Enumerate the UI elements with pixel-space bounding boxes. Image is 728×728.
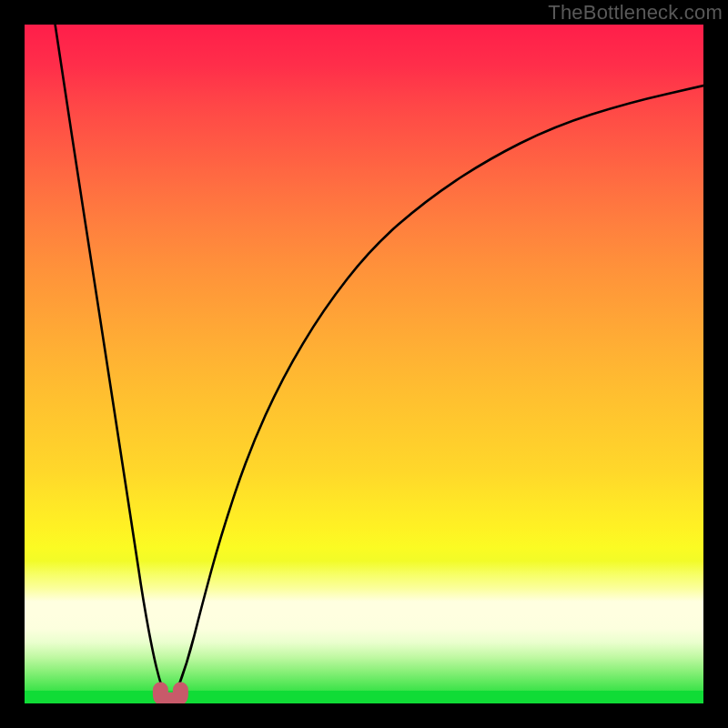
dip-marker	[25, 25, 703, 703]
chart-frame: TheBottleneck.com	[0, 0, 728, 728]
watermark-label: TheBottleneck.com	[548, 1, 723, 25]
plot-area	[25, 25, 703, 703]
